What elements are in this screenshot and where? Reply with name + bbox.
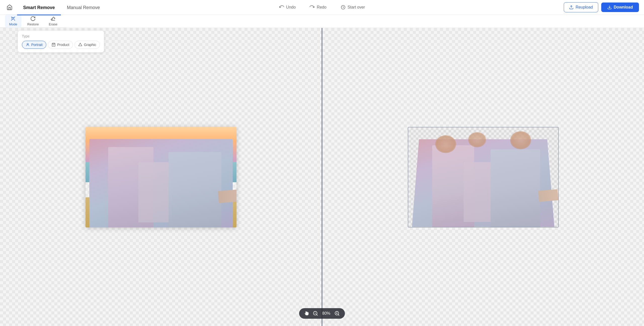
reupload-button[interactable]: Reupload [564, 2, 598, 12]
zoom-controls: 80% [299, 308, 345, 319]
undo-button[interactable]: Undo [276, 3, 299, 12]
processed-image [408, 127, 559, 227]
toolbar: Mode Restore Erase [0, 15, 66, 28]
canvas-right[interactable] [322, 28, 644, 326]
type-panel-label: Type [22, 34, 100, 38]
canvas-left[interactable] [0, 28, 322, 326]
redo-button[interactable]: Redo [307, 3, 329, 12]
start-over-button[interactable]: Start over [338, 3, 368, 12]
nav-tabs: Smart Remove Manual Remove [17, 0, 106, 15]
hand-tool-icon[interactable] [304, 311, 310, 316]
zoom-out-button[interactable] [313, 311, 318, 316]
tab-manual-remove[interactable]: Manual Remove [61, 1, 106, 15]
original-image [86, 127, 236, 227]
svg-marker-9 [79, 43, 82, 46]
type-options: Portrait Product Graphic [22, 41, 100, 49]
zoom-in-button[interactable] [334, 311, 340, 316]
main-canvas-area: Type Portrait Product [0, 28, 644, 326]
nav-center: Undo Redo Start over [276, 3, 368, 12]
download-button[interactable]: Download [601, 3, 639, 12]
mode-tool-button[interactable]: Mode [5, 14, 21, 28]
top-nav: Smart Remove Manual Remove Undo Redo Sta… [0, 0, 644, 15]
nav-right: Reupload Download [564, 2, 639, 12]
zoom-value: 80% [321, 311, 331, 316]
type-graphic-option[interactable]: Graphic [74, 41, 100, 49]
svg-point-7 [27, 43, 28, 45]
canvas-divider [322, 28, 323, 326]
erase-tool-button[interactable]: Erase [45, 14, 61, 28]
type-panel: Type Portrait Product [18, 30, 104, 53]
svg-line-11 [316, 314, 317, 315]
home-icon[interactable] [5, 3, 14, 12]
tab-smart-remove[interactable]: Smart Remove [17, 1, 61, 15]
type-product-option[interactable]: Product [48, 41, 73, 49]
restore-tool-button[interactable]: Restore [23, 14, 43, 28]
type-portrait-option[interactable]: Portrait [22, 41, 46, 49]
svg-line-14 [338, 314, 339, 315]
